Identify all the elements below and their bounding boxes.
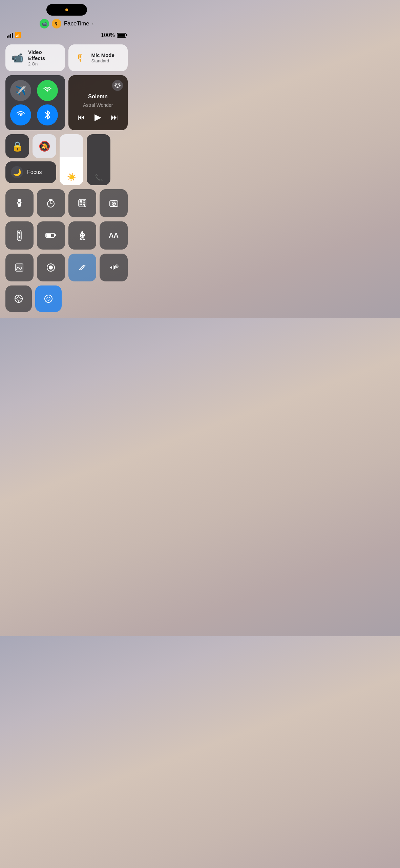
camera-indicator: 📹 bbox=[40, 19, 49, 28]
svg-rect-13 bbox=[80, 202, 81, 203]
video-effects-subtitle: 2 On bbox=[28, 61, 59, 66]
connectivity-card: ✈️ bbox=[5, 75, 65, 130]
svg-rect-2 bbox=[18, 199, 21, 202]
accessibility-btn[interactable] bbox=[68, 221, 97, 250]
svg-rect-14 bbox=[81, 202, 82, 203]
app-grid-row1 bbox=[5, 189, 128, 217]
video-effects-title: Video Effects bbox=[28, 49, 59, 61]
voice-control-btn[interactable] bbox=[100, 254, 128, 282]
np-title: Solemn bbox=[73, 94, 123, 100]
mic-mode-card[interactable]: 🎙 Mic Mode Standard bbox=[68, 44, 128, 71]
wifi-icon: 📶 bbox=[15, 32, 22, 38]
signal-bars bbox=[7, 33, 13, 38]
svg-rect-10 bbox=[80, 200, 82, 202]
brightness-icon: ☀️ bbox=[67, 173, 76, 182]
top-widgets: 📹 Video Effects 2 On 🎙 Mic Mode Standard bbox=[5, 44, 128, 71]
svg-point-47 bbox=[17, 297, 20, 300]
np-rewind-btn[interactable]: ⏮ bbox=[78, 113, 85, 122]
svg-rect-15 bbox=[83, 202, 84, 203]
np-airplay-row bbox=[73, 80, 123, 91]
svg-rect-17 bbox=[80, 204, 81, 205]
dynamic-island bbox=[46, 4, 87, 16]
svg-rect-29 bbox=[19, 237, 20, 238]
wifi2-btn[interactable] bbox=[10, 104, 31, 125]
signature-btn[interactable] bbox=[5, 254, 34, 282]
middle-row: ✈️ bbox=[5, 75, 128, 130]
svg-point-23 bbox=[113, 203, 114, 205]
svg-point-52 bbox=[45, 295, 52, 302]
screen-record-btn[interactable] bbox=[37, 254, 65, 282]
np-play-btn[interactable]: ▶ bbox=[94, 112, 101, 122]
video-effects-text: Video Effects 2 On bbox=[28, 49, 59, 66]
battery-icon bbox=[117, 33, 126, 38]
video-effects-icon: 📹 bbox=[12, 52, 23, 63]
svg-point-26 bbox=[18, 232, 20, 234]
bottom-btn2[interactable] bbox=[35, 285, 62, 312]
top-bar bbox=[0, 0, 133, 16]
now-playing-card[interactable]: Solemn Astral Wonder ⏮ ▶ ⏭ bbox=[68, 75, 128, 130]
volume-slider[interactable]: 📞 bbox=[87, 134, 110, 185]
text-size-label: AA bbox=[109, 232, 119, 239]
battery-area: 100% bbox=[101, 32, 126, 38]
svg-point-37 bbox=[49, 265, 53, 270]
timer-btn[interactable] bbox=[37, 189, 65, 217]
focus-moon-icon: 🌙 bbox=[11, 166, 23, 178]
svg-point-0 bbox=[46, 90, 48, 92]
svg-rect-32 bbox=[55, 234, 56, 236]
svg-point-1 bbox=[20, 114, 22, 116]
mute-btn[interactable]: 🔕 bbox=[33, 134, 56, 158]
text-size-btn[interactable]: AA bbox=[100, 221, 128, 250]
signal-area: 📶 bbox=[7, 32, 22, 38]
facetime-bar[interactable]: 📹 🎙 FaceTime › bbox=[0, 16, 133, 31]
mic-mode-text: Mic Mode Standard bbox=[91, 52, 114, 63]
video-effects-card[interactable]: 📹 Video Effects 2 On bbox=[5, 44, 65, 71]
svg-rect-24 bbox=[112, 200, 115, 201]
svg-point-53 bbox=[47, 297, 50, 300]
dynamic-island-dot bbox=[65, 8, 68, 11]
np-artist: Astral Wonder bbox=[73, 102, 123, 108]
calculator-btn[interactable] bbox=[68, 189, 97, 217]
camera-btn[interactable] bbox=[100, 189, 128, 217]
np-controls: ⏮ ▶ ⏭ bbox=[73, 112, 123, 122]
focus-card[interactable]: 🌙 Focus bbox=[5, 161, 56, 183]
svg-rect-20 bbox=[84, 204, 85, 206]
remote-btn[interactable] bbox=[5, 221, 34, 250]
app-grid-row2: AA bbox=[5, 221, 128, 250]
flashlight-btn[interactable] bbox=[5, 189, 34, 217]
mic-indicator: 🎙 bbox=[52, 19, 61, 28]
airplane-btn[interactable]: ✈️ bbox=[10, 80, 31, 101]
svg-rect-19 bbox=[83, 204, 84, 205]
mute-icon: 🔕 bbox=[39, 141, 50, 152]
app-grid-row3 bbox=[5, 254, 128, 282]
brightness-slider[interactable]: ☀️ bbox=[60, 134, 83, 185]
mic-mode-icon: 🎙 bbox=[76, 52, 85, 63]
video-effects-icon-wrap: 📹 bbox=[11, 51, 24, 65]
bottom-btn1[interactable] bbox=[5, 285, 32, 312]
np-forward-btn[interactable]: ⏭ bbox=[111, 113, 118, 122]
shazam-btn[interactable] bbox=[68, 254, 97, 282]
battery-percent: 100% bbox=[101, 32, 115, 38]
mic-mode-subtitle: Standard bbox=[91, 58, 114, 63]
svg-rect-28 bbox=[19, 236, 20, 237]
airplay-btn[interactable] bbox=[112, 80, 123, 91]
wifi-btn[interactable] bbox=[37, 80, 58, 101]
facetime-label[interactable]: FaceTime bbox=[64, 20, 89, 27]
bluetooth-btn[interactable] bbox=[37, 104, 58, 125]
mic-mode-title: Mic Mode bbox=[91, 52, 114, 58]
svg-rect-12 bbox=[84, 200, 85, 201]
focus-label: Focus bbox=[27, 169, 42, 175]
svg-rect-4 bbox=[18, 202, 20, 203]
facetime-chevron: › bbox=[92, 21, 94, 26]
orientation-lock-btn[interactable]: 🔒 bbox=[5, 134, 29, 158]
svg-rect-11 bbox=[83, 200, 84, 201]
bottom-row bbox=[5, 285, 128, 312]
third-row: 🔒 🔕 🌙 Focus ☀️ 📞 bbox=[5, 134, 128, 185]
battery-state-btn[interactable] bbox=[37, 221, 65, 250]
small-btns-row: 🔒 🔕 bbox=[5, 134, 56, 158]
svg-rect-16 bbox=[84, 202, 85, 203]
svg-rect-27 bbox=[19, 235, 20, 235]
orientation-icon: 🔒 bbox=[12, 141, 23, 152]
left-controls: 🔒 🔕 🌙 Focus bbox=[5, 134, 56, 183]
volume-icon: 📞 bbox=[94, 174, 103, 182]
svg-rect-31 bbox=[46, 234, 51, 237]
